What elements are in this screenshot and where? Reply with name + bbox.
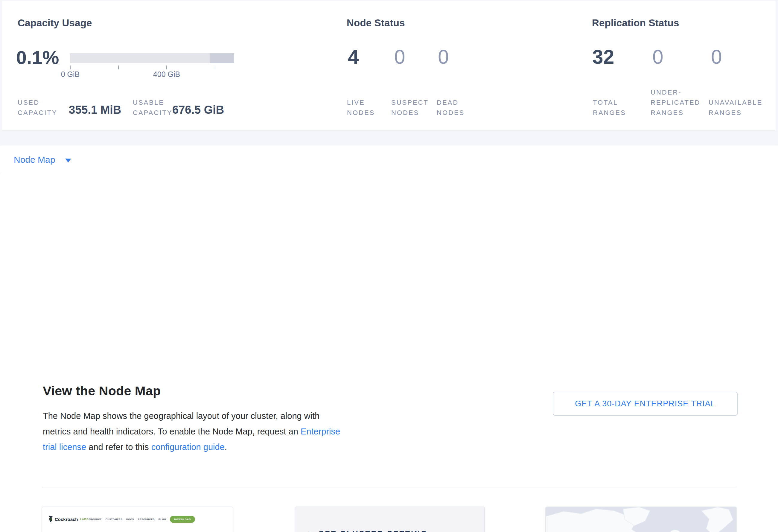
mini-nav-docs: DOCS <box>126 518 134 521</box>
used-capacity-label: USED CAPACITY <box>18 97 57 118</box>
description-line: metrics and health indicators. To enable… <box>43 424 340 439</box>
unavailable-ranges-label: UNAVAILABLE RANGES <box>709 97 763 118</box>
step2-card: >SET CLUSTER SETTING CLUSTER.ORGANIZATIO… <box>295 507 485 532</box>
world-map <box>546 507 736 532</box>
capacity-percent: 0.1% <box>16 47 59 68</box>
live-nodes-count: 4 <box>348 46 359 68</box>
sql-line: >SET CLUSTER SETTING <box>308 529 428 532</box>
node-map-preview: 1 geo=sfo 2 Nodes 9% CAPACITY 3.2 GiB 35… <box>546 507 736 532</box>
mini-site-header: Cockroach LABS PRODUCT CUSTOMERS DOCS RE… <box>45 513 196 526</box>
node-map-placeholder-section: View the Node Map The Node Map shows the… <box>0 174 778 532</box>
suspect-nodes-count: 0 <box>394 46 405 68</box>
section-divider <box>42 487 736 487</box>
unavailable-ranges-count: 0 <box>711 46 722 68</box>
live-nodes-label: LIVE NODES <box>347 97 375 118</box>
capacity-axis-tick <box>215 66 215 69</box>
under-replicated-ranges-label: UNDER- REPLICATED RANGES <box>650 87 701 118</box>
chevron-down-icon[interactable] <box>65 159 71 162</box>
node-map-dropdown[interactable]: Node Map <box>14 155 55 165</box>
get-enterprise-trial-button[interactable]: GET A 30-DAY ENTERPRISE TRIAL <box>553 392 737 415</box>
sql-commands-panel: >SET CLUSTER SETTING CLUSTER.ORGANIZATIO… <box>295 507 484 532</box>
node-status-title: Node Status <box>347 17 405 29</box>
mini-nav-resources: RESOURCES <box>138 518 155 521</box>
replication-status-title: Replication Status <box>592 17 679 29</box>
used-capacity-value: 355.1 MiB <box>69 103 121 117</box>
capacity-axis-tick <box>70 66 71 69</box>
usable-capacity-label: USABLE CAPACITY <box>133 97 172 118</box>
cluster-summary-panel: Capacity Usage 0.1% 0 GiB 400 GiB USED C… <box>2 1 776 131</box>
view-selector-bar: Node Map <box>0 145 778 174</box>
mini-site-nav: PRODUCT CUSTOMERS DOCS RESOURCES BLOG DO… <box>88 516 195 523</box>
usable-capacity-value: 676.5 GiB <box>172 103 224 117</box>
page-title: View the Node Map <box>43 384 161 398</box>
enterprise-trial-license-link[interactable]: trial license <box>43 442 86 452</box>
capacity-axis-tick <box>118 66 119 69</box>
mini-nav-blog: BLOG <box>159 518 166 521</box>
mini-nav-product: PRODUCT <box>88 518 102 521</box>
description-line: The Node Map shows the geographical layo… <box>43 408 340 424</box>
step1-card: Cockroach LABS PRODUCT CUSTOMERS DOCS RE… <box>42 507 233 532</box>
dead-nodes-label: DEAD NODES <box>437 97 465 118</box>
dead-nodes-count: 0 <box>438 46 449 68</box>
capacity-axis-label-0: 0 GiB <box>49 70 91 79</box>
configuration-guide-link[interactable]: configuration guide <box>151 442 225 452</box>
capacity-axis-label-400: 400 GiB <box>146 70 187 79</box>
capacity-axis-tick <box>166 66 167 69</box>
registration-page-thumbnail: Cockroach LABS PRODUCT CUSTOMERS DOCS RE… <box>45 510 196 532</box>
cockroach-labs-logo: Cockroach LABS <box>48 516 88 522</box>
under-replicated-ranges-count: 0 <box>652 46 664 68</box>
step3-card: 1 geo=sfo 2 Nodes 9% CAPACITY 3.2 GiB 35… <box>545 507 737 532</box>
capacity-usage-title: Capacity Usage <box>18 17 92 29</box>
suspect-nodes-label: SUSPECT NODES <box>391 97 429 118</box>
mini-download-button: DOWNLOAD <box>170 516 195 523</box>
node-map-description: The Node Map shows the geographical layo… <box>43 408 340 455</box>
enterprise-trial-license-link[interactable]: Enterprise <box>301 427 340 436</box>
cockroach-icon <box>48 516 53 522</box>
capacity-bar: 0 GiB 400 GiB <box>70 53 234 63</box>
capacity-bar-unusable-segment <box>210 53 234 63</box>
description-line: trial license and refer to this configur… <box>43 439 340 455</box>
total-ranges-label: TOTAL RANGES <box>593 97 626 118</box>
mini-nav-customers: CUSTOMERS <box>105 518 122 521</box>
total-ranges-count: 32 <box>592 46 614 68</box>
